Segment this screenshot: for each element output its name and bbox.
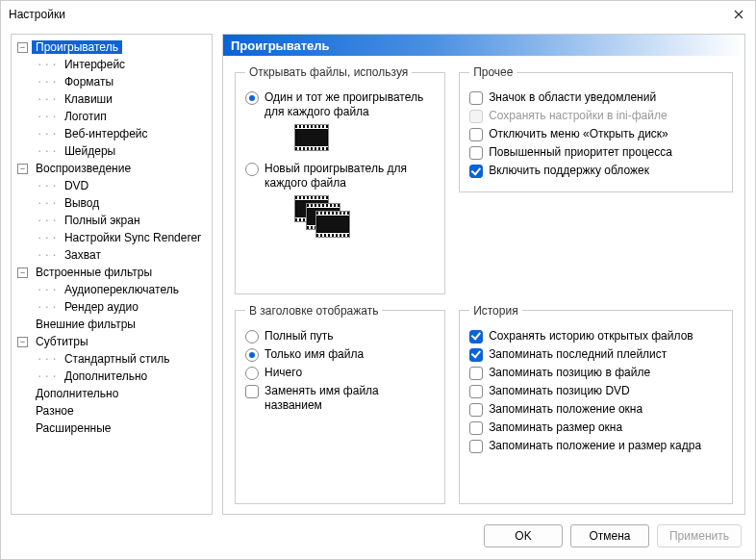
tree-item-default-style[interactable]: ···Стандартный стиль — [13, 350, 210, 368]
category-tree[interactable]: − Проигрыватель ···Интерфейс ···Форматы … — [11, 34, 213, 515]
radio-file-name[interactable]: Только имя файла — [245, 347, 435, 362]
check-remember-file-pos[interactable]: Запоминать позицию в файле — [469, 366, 722, 380]
collapse-icon[interactable]: − — [17, 337, 28, 347]
close-button[interactable] — [730, 6, 747, 23]
collapse-icon[interactable]: − — [17, 42, 28, 53]
checkbox-icon — [469, 128, 483, 141]
settings-window: Настройки − Проигрыватель ···Интерфейс ·… — [0, 0, 756, 560]
check-remember-pns[interactable]: Запоминать положение и размер кадра — [469, 439, 722, 453]
tree-item-fullscreen[interactable]: ···Полный экран — [13, 212, 210, 229]
checkbox-icon — [469, 146, 483, 160]
tree-item-formats[interactable]: ···Форматы — [13, 73, 210, 90]
tree-item-webui[interactable]: ···Веб-интерфейс — [13, 125, 210, 142]
radio-icon — [245, 367, 259, 380]
radio-icon — [245, 91, 259, 105]
radio-same-player[interactable]: Один и тот же проигрыватель для каждого … — [245, 90, 435, 119]
tree-item-misc[interactable]: ···Дополнительно — [13, 368, 210, 385]
checkbox-icon — [469, 91, 483, 105]
tree-item-external-filters[interactable]: Внешние фильтры — [13, 316, 210, 333]
filmstrip-stack-icon — [295, 196, 343, 235]
tree-item-audioswitcher[interactable]: ···Аудиопереключатель — [13, 281, 210, 298]
tree-item-capture[interactable]: ···Захват — [13, 246, 210, 264]
tree-item-shaders[interactable]: ···Шейдеры — [13, 142, 210, 160]
titlebar: Настройки — [1, 1, 755, 28]
filmstrip-icon — [295, 125, 435, 150]
radio-icon — [245, 330, 259, 344]
apply-button: Применить — [657, 524, 742, 547]
checkbox-icon — [469, 330, 483, 344]
group-legend: История — [469, 304, 522, 318]
radio-icon — [245, 163, 259, 176]
tree-item-player[interactable]: − Проигрыватель — [13, 38, 210, 56]
section-title: Проигрыватель — [231, 38, 330, 53]
check-remember-playlist[interactable]: Запоминать последний плейлист — [469, 347, 722, 362]
tree-item-dvd[interactable]: ···DVD — [13, 177, 210, 194]
check-high-priority[interactable]: Повышенный приоритет процесса — [469, 145, 722, 160]
collapse-icon[interactable]: − — [17, 267, 28, 278]
check-remember-window-size[interactable]: Запоминать размер окна — [469, 420, 722, 435]
checkbox-icon — [245, 385, 259, 398]
dialog-body: − Проигрыватель ···Интерфейс ···Форматы … — [1, 28, 755, 515]
check-disable-open-disc[interactable]: Отключить меню «Открыть диск» — [469, 127, 722, 141]
checkbox-icon — [469, 110, 483, 123]
tree-item-playback[interactable]: − Воспроизведение — [13, 160, 210, 177]
checkbox-icon — [469, 421, 483, 435]
tree-item-keys[interactable]: ···Клавиши — [13, 90, 210, 108]
button-bar: OK Отмена Применить — [1, 515, 755, 559]
close-icon — [734, 10, 743, 19]
radio-full-path[interactable]: Полный путь — [245, 329, 435, 344]
ok-button[interactable]: OK — [484, 524, 563, 547]
tree-item-advanced[interactable]: Расширенные — [13, 420, 210, 437]
tree-item-subtitles[interactable]: − Субтитры — [13, 333, 210, 350]
tree-item-logo[interactable]: ···Логотип — [13, 108, 210, 125]
tree-item-misc2[interactable]: Разное — [13, 402, 210, 420]
check-replace-filename[interactable]: Заменять имя файла названием — [245, 384, 435, 413]
checkbox-icon — [469, 367, 483, 380]
tree-item-interface[interactable]: ···Интерфейс — [13, 56, 210, 73]
collapse-icon[interactable]: − — [17, 164, 28, 174]
check-remember-dvd-pos[interactable]: Запоминать позицию DVD — [469, 384, 722, 398]
section-body: Открывать файлы, используя Один и тот же… — [223, 56, 744, 514]
radio-new-player[interactable]: Новый проигрыватель для каждого файла — [245, 162, 435, 191]
group-legend: В заголовке отображать — [245, 304, 382, 318]
window-title: Настройки — [9, 8, 65, 21]
checkbox-icon — [469, 348, 483, 362]
group-other: Прочее Значок в области уведомлений Сохр… — [459, 65, 733, 192]
radio-icon — [245, 348, 259, 362]
checkbox-icon — [469, 165, 483, 178]
section-header: Проигрыватель — [223, 35, 744, 56]
tree-item-tweaks[interactable]: Дополнительно — [13, 385, 210, 402]
radio-nothing[interactable]: Ничего — [245, 366, 435, 380]
content-panel: Проигрыватель Открывать файлы, используя… — [222, 34, 745, 515]
group-open-files: Открывать файлы, используя Один и тот же… — [235, 65, 445, 294]
check-cover-art[interactable]: Включить поддержку обложек — [469, 164, 722, 178]
group-titlebar: В заголовке отображать Полный путь Тольк… — [235, 304, 445, 505]
group-legend: Прочее — [469, 65, 517, 79]
check-tray-icon[interactable]: Значок в области уведомлений — [469, 90, 722, 105]
check-remember-window-pos[interactable]: Запоминать положение окна — [469, 402, 722, 417]
checkbox-icon — [469, 440, 483, 453]
checkbox-icon — [469, 403, 483, 417]
tree-item-output[interactable]: ···Вывод — [13, 194, 210, 212]
checkbox-icon — [469, 385, 483, 398]
tree-item-internal-filters[interactable]: − Встроенные фильтры — [13, 264, 210, 281]
tree-item-audiorenderer[interactable]: ···Рендер аудио — [13, 298, 210, 316]
cancel-button[interactable]: Отмена — [570, 524, 649, 547]
group-legend: Открывать файлы, используя — [245, 65, 412, 79]
group-history: История Сохранять историю открытых файло… — [459, 304, 733, 505]
check-ini-file: Сохранять настройки в ini-файле — [469, 109, 722, 123]
tree-item-sync-renderer[interactable]: ···Настройки Sync Renderer — [13, 229, 210, 246]
check-keep-history[interactable]: Сохранять историю открытых файлов — [469, 329, 722, 344]
